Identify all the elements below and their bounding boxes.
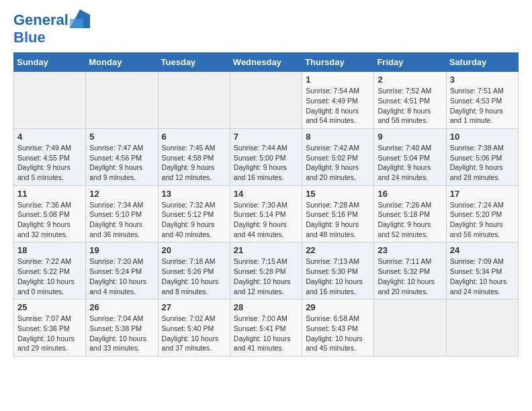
calendar-cell: 15Sunrise: 7:28 AMSunset: 5:16 PMDayligh…	[302, 185, 374, 242]
day-number: 24	[450, 245, 515, 255]
calendar-cell: 2Sunrise: 7:52 AMSunset: 4:51 PMDaylight…	[374, 72, 446, 129]
day-number: 26	[89, 302, 154, 312]
calendar-cell: 17Sunrise: 7:24 AMSunset: 5:20 PMDayligh…	[446, 185, 518, 242]
calendar-cell: 11Sunrise: 7:36 AMSunset: 5:08 PMDayligh…	[14, 185, 86, 242]
logo-icon	[70, 9, 90, 28]
calendar-cell: 14Sunrise: 7:30 AMSunset: 5:14 PMDayligh…	[230, 185, 302, 242]
day-detail: Sunrise: 7:26 AMSunset: 5:18 PMDaylight:…	[378, 200, 442, 240]
day-detail: Sunrise: 7:34 AMSunset: 5:10 PMDaylight:…	[89, 200, 154, 240]
day-detail: Sunrise: 7:18 AMSunset: 5:26 PMDaylight:…	[162, 257, 226, 296]
calendar-cell: 19Sunrise: 7:20 AMSunset: 5:24 PMDayligh…	[86, 242, 158, 300]
day-detail: Sunrise: 7:02 AMSunset: 5:40 PMDaylight:…	[162, 314, 226, 353]
week-row-4: 18Sunrise: 7:22 AMSunset: 5:22 PMDayligh…	[14, 242, 519, 300]
calendar-cell: 26Sunrise: 7:04 AMSunset: 5:38 PMDayligh…	[86, 300, 158, 357]
day-number: 22	[306, 245, 370, 255]
week-row-3: 11Sunrise: 7:36 AMSunset: 5:08 PMDayligh…	[14, 185, 519, 242]
calendar-header-row: SundayMondayTuesdayWednesdayThursdayFrid…	[14, 53, 519, 72]
calendar-cell: 21Sunrise: 7:15 AMSunset: 5:28 PMDayligh…	[230, 242, 302, 300]
calendar-cell	[14, 72, 86, 129]
day-detail: Sunrise: 7:36 AMSunset: 5:08 PMDaylight:…	[17, 200, 82, 240]
day-number: 7	[234, 132, 298, 142]
day-detail: Sunrise: 7:20 AMSunset: 5:24 PMDaylight:…	[89, 257, 154, 296]
day-detail: Sunrise: 7:54 AMSunset: 4:49 PMDaylight:…	[306, 86, 370, 126]
day-number: 28	[234, 302, 298, 312]
day-number: 16	[378, 189, 442, 199]
svg-marker-1	[70, 19, 83, 28]
calendar-cell: 24Sunrise: 7:09 AMSunset: 5:34 PMDayligh…	[446, 242, 518, 300]
day-detail: Sunrise: 7:00 AMSunset: 5:41 PMDaylight:…	[234, 314, 298, 353]
day-detail: Sunrise: 7:47 AMSunset: 4:56 PMDaylight:…	[89, 143, 154, 183]
calendar-cell: 20Sunrise: 7:18 AMSunset: 5:26 PMDayligh…	[158, 242, 230, 300]
day-number: 1	[306, 75, 370, 85]
day-detail: Sunrise: 7:22 AMSunset: 5:22 PMDaylight:…	[17, 257, 82, 296]
day-detail: Sunrise: 7:28 AMSunset: 5:16 PMDaylight:…	[306, 200, 370, 240]
day-number: 21	[234, 245, 298, 255]
day-number: 19	[89, 245, 154, 255]
calendar-cell: 5Sunrise: 7:47 AMSunset: 4:56 PMDaylight…	[86, 128, 158, 185]
day-detail: Sunrise: 7:30 AMSunset: 5:14 PMDaylight:…	[234, 200, 298, 240]
day-number: 5	[89, 132, 154, 142]
logo-blue-text: Blue	[13, 30, 46, 46]
day-detail: Sunrise: 7:38 AMSunset: 5:06 PMDaylight:…	[450, 143, 515, 183]
day-detail: Sunrise: 7:15 AMSunset: 5:28 PMDaylight:…	[234, 257, 298, 296]
day-number: 10	[450, 132, 515, 142]
day-number: 8	[306, 132, 370, 142]
calendar-cell: 16Sunrise: 7:26 AMSunset: 5:18 PMDayligh…	[374, 185, 446, 242]
calendar-cell: 10Sunrise: 7:38 AMSunset: 5:06 PMDayligh…	[446, 128, 518, 185]
day-detail: Sunrise: 7:49 AMSunset: 4:55 PMDaylight:…	[17, 143, 82, 183]
calendar-cell: 8Sunrise: 7:42 AMSunset: 5:02 PMDaylight…	[302, 128, 374, 185]
day-number: 27	[162, 302, 226, 312]
week-row-2: 4Sunrise: 7:49 AMSunset: 4:55 PMDaylight…	[14, 128, 519, 185]
day-number: 2	[378, 75, 442, 85]
day-number: 9	[378, 132, 442, 142]
day-number: 6	[162, 132, 226, 142]
day-number: 29	[306, 302, 370, 312]
col-header-friday: Friday	[374, 53, 446, 72]
day-detail: Sunrise: 7:24 AMSunset: 5:20 PMDaylight:…	[450, 200, 515, 240]
day-detail: Sunrise: 7:51 AMSunset: 4:53 PMDaylight:…	[450, 86, 515, 126]
day-number: 17	[450, 189, 515, 199]
calendar-cell: 13Sunrise: 7:32 AMSunset: 5:12 PMDayligh…	[158, 185, 230, 242]
calendar-cell: 25Sunrise: 7:07 AMSunset: 5:36 PMDayligh…	[14, 300, 86, 357]
day-detail: Sunrise: 7:09 AMSunset: 5:34 PMDaylight:…	[450, 257, 515, 296]
day-detail: Sunrise: 7:45 AMSunset: 4:58 PMDaylight:…	[162, 143, 226, 183]
day-number: 23	[378, 245, 442, 255]
day-number: 13	[162, 189, 226, 199]
col-header-tuesday: Tuesday	[158, 53, 230, 72]
calendar-cell: 27Sunrise: 7:02 AMSunset: 5:40 PMDayligh…	[158, 300, 230, 357]
header: General Blue	[13, 11, 519, 46]
calendar-cell: 29Sunrise: 6:58 AMSunset: 5:43 PMDayligh…	[302, 300, 374, 357]
calendar-cell: 28Sunrise: 7:00 AMSunset: 5:41 PMDayligh…	[230, 300, 302, 357]
col-header-sunday: Sunday	[14, 53, 86, 72]
logo: General Blue	[13, 11, 90, 46]
calendar-table: SundayMondayTuesdayWednesdayThursdayFrid…	[13, 52, 519, 357]
calendar-cell: 6Sunrise: 7:45 AMSunset: 4:58 PMDaylight…	[158, 128, 230, 185]
week-row-1: 1Sunrise: 7:54 AMSunset: 4:49 PMDaylight…	[14, 72, 519, 129]
day-number: 12	[89, 189, 154, 199]
calendar-cell	[86, 72, 158, 129]
calendar-cell	[446, 300, 518, 357]
calendar-cell: 4Sunrise: 7:49 AMSunset: 4:55 PMDaylight…	[14, 128, 86, 185]
day-detail: Sunrise: 7:11 AMSunset: 5:32 PMDaylight:…	[378, 257, 442, 296]
day-detail: Sunrise: 7:07 AMSunset: 5:36 PMDaylight:…	[17, 314, 82, 353]
logo-text: General	[13, 12, 69, 28]
calendar-cell: 12Sunrise: 7:34 AMSunset: 5:10 PMDayligh…	[86, 185, 158, 242]
day-detail: Sunrise: 6:58 AMSunset: 5:43 PMDaylight:…	[306, 314, 370, 353]
col-header-thursday: Thursday	[302, 53, 374, 72]
week-row-5: 25Sunrise: 7:07 AMSunset: 5:36 PMDayligh…	[14, 300, 519, 357]
col-header-monday: Monday	[86, 53, 158, 72]
day-number: 14	[234, 189, 298, 199]
day-number: 20	[162, 245, 226, 255]
day-detail: Sunrise: 7:40 AMSunset: 5:04 PMDaylight:…	[378, 143, 442, 183]
day-number: 3	[450, 75, 515, 85]
day-number: 11	[17, 189, 82, 199]
day-detail: Sunrise: 7:44 AMSunset: 5:00 PMDaylight:…	[234, 143, 298, 183]
calendar-cell	[230, 72, 302, 129]
calendar-cell: 9Sunrise: 7:40 AMSunset: 5:04 PMDaylight…	[374, 128, 446, 185]
calendar-cell	[158, 72, 230, 129]
calendar-cell: 23Sunrise: 7:11 AMSunset: 5:32 PMDayligh…	[374, 242, 446, 300]
day-number: 18	[17, 245, 82, 255]
day-detail: Sunrise: 7:13 AMSunset: 5:30 PMDaylight:…	[306, 257, 370, 296]
day-number: 15	[306, 189, 370, 199]
calendar-cell: 22Sunrise: 7:13 AMSunset: 5:30 PMDayligh…	[302, 242, 374, 300]
